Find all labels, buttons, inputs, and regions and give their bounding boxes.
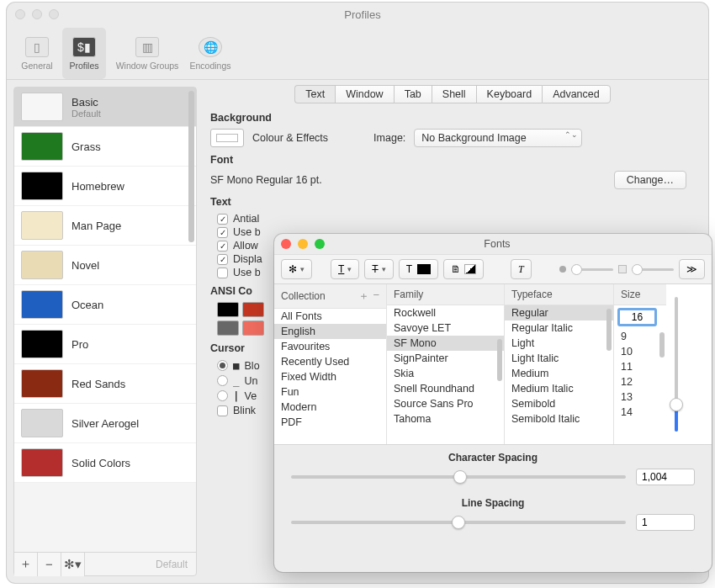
fonts-titlebar: Fonts <box>274 234 712 254</box>
action-menu-button[interactable]: ✻▾ <box>61 553 85 576</box>
background-image-popup[interactable]: No Background Image <box>414 129 582 147</box>
windows-icon: ▥ <box>135 37 159 57</box>
list-item[interactable]: Light Italic <box>505 351 613 366</box>
list-item[interactable]: 12 <box>614 374 666 389</box>
tab-shell[interactable]: Shell <box>432 85 476 103</box>
char-spacing-slider[interactable] <box>291 475 626 479</box>
tab-keyboard[interactable]: Keyboard <box>476 85 543 103</box>
list-item[interactable]: Fixed Width <box>274 369 386 384</box>
slider-thumb[interactable] <box>453 470 467 484</box>
list-item[interactable]: Regular <box>505 305 613 320</box>
family-list[interactable]: Rockwell Savoye LET SF Mono SignPainter … <box>387 305 504 444</box>
add-icon[interactable]: ＋ <box>358 289 369 304</box>
profile-item-homebrew[interactable]: Homebrew <box>14 167 196 206</box>
list-item[interactable]: PDF <box>274 415 386 430</box>
list-item[interactable]: 11 <box>614 359 666 374</box>
profile-item-novel[interactable]: Novel <box>14 246 196 285</box>
remove-button[interactable]: − <box>38 553 61 576</box>
line-spacing-slider[interactable] <box>291 521 626 524</box>
checkbox-label: Antial <box>233 213 259 225</box>
list-item[interactable]: Semibold <box>505 396 613 411</box>
profile-item-man-page[interactable]: Man Page <box>14 206 196 246</box>
list-item[interactable]: Regular Italic <box>505 320 613 336</box>
toolbar-encodings[interactable]: 🌐 Encodings <box>188 28 232 79</box>
scrollbar[interactable] <box>606 309 612 351</box>
checkbox-label: Use b <box>233 267 261 278</box>
toolbar: ▯ General $▮ Profiles ▥ Window Groups 🌐 … <box>7 26 708 80</box>
scrollbar[interactable] <box>659 332 665 358</box>
tab-window[interactable]: Window <box>335 85 393 103</box>
list-item[interactable]: English <box>274 324 386 339</box>
profile-item-pro[interactable]: Pro <box>14 325 196 364</box>
antialias-checkbox[interactable]: ✓Antial <box>217 213 695 225</box>
size-slider[interactable] <box>675 297 678 432</box>
list-item[interactable]: Light <box>505 336 613 351</box>
default-button[interactable]: Default <box>85 559 196 570</box>
profile-item-basic[interactable]: Basic Default <box>14 87 196 127</box>
tab-advanced[interactable]: Advanced <box>542 85 611 103</box>
remove-icon[interactable]: − <box>373 289 379 304</box>
line-spacing-input[interactable] <box>636 514 695 531</box>
document-color-well[interactable]: 🗎 <box>443 259 484 279</box>
profile-item-red-sands[interactable]: Red Sands <box>14 364 196 404</box>
action-menu-button[interactable]: ✻▾ <box>281 259 312 279</box>
list-item[interactable]: All Fonts <box>274 309 386 324</box>
ansi-swatch[interactable] <box>217 320 239 336</box>
ansi-swatch[interactable] <box>242 302 264 317</box>
list-item[interactable]: Medium Italic <box>505 381 613 396</box>
list-item[interactable]: SF Mono <box>387 336 504 351</box>
char-spacing-input[interactable] <box>636 469 695 485</box>
list-item[interactable]: Skia <box>387 366 504 381</box>
slider-thumb[interactable] <box>670 398 683 411</box>
tab-text[interactable]: Text <box>294 85 335 103</box>
list-item[interactable]: Snell Roundhand <box>387 381 504 396</box>
typography-button[interactable]: T <box>511 259 532 279</box>
toolbar-window-groups[interactable]: ▥ Window Groups <box>109 28 185 79</box>
tab-tab[interactable]: Tab <box>394 85 432 103</box>
text-color-well[interactable]: T <box>399 259 438 279</box>
list-item[interactable]: 13 <box>614 389 666 405</box>
change-font-button[interactable]: Change… <box>614 171 686 189</box>
list-item[interactable]: 10 <box>614 344 666 359</box>
list-item[interactable]: Rockwell <box>387 305 504 320</box>
overflow-button[interactable]: ≫ <box>679 259 705 279</box>
list-item[interactable]: 9 <box>614 329 666 344</box>
shadow-opacity-slider[interactable] <box>559 266 613 273</box>
toolbar-general[interactable]: ▯ General <box>15 28 59 79</box>
list-item[interactable]: Tahoma <box>387 411 504 426</box>
family-column: Family Rockwell Savoye LET SF Mono SignP… <box>387 284 505 444</box>
collection-list[interactable]: All Fonts English Favourites Recently Us… <box>274 309 386 444</box>
list-item[interactable]: Savoye LET <box>387 320 504 336</box>
profile-item-ocean[interactable]: Ocean <box>14 285 196 325</box>
ansi-swatch[interactable] <box>217 302 239 317</box>
background-colour-well[interactable] <box>210 129 244 147</box>
scrollbar[interactable] <box>497 339 502 381</box>
list-item[interactable]: Source Sans Pro <box>387 396 504 411</box>
slider-thumb[interactable] <box>452 516 465 529</box>
size-list[interactable]: 9 10 11 12 13 14 <box>614 329 666 444</box>
strikethrough-menu[interactable]: T▾ <box>364 259 393 279</box>
list-item[interactable]: Fun <box>274 384 386 400</box>
close-icon[interactable] <box>15 9 25 19</box>
underline-menu[interactable]: T▾ <box>331 259 359 279</box>
list-item[interactable]: 14 <box>614 405 666 420</box>
list-item[interactable]: SignPainter <box>387 351 504 366</box>
list-item[interactable]: Favourites <box>274 339 386 354</box>
profile-item-solid-colors[interactable]: Solid Colors <box>14 443 196 483</box>
list-item[interactable]: Semibold Italic <box>505 411 613 426</box>
profile-name: Silver Aerogel <box>72 417 139 430</box>
typeface-list[interactable]: Regular Regular Italic Light Light Itali… <box>505 305 613 444</box>
profile-item-grass[interactable]: Grass <box>14 127 196 167</box>
add-button[interactable]: ＋ <box>14 553 38 576</box>
scrollbar[interactable] <box>188 91 194 242</box>
size-input[interactable] <box>617 308 657 326</box>
list-item[interactable]: Medium <box>505 366 613 381</box>
shadow-blur-slider[interactable] <box>618 265 674 273</box>
toolbar-profiles[interactable]: $▮ Profiles <box>62 28 106 79</box>
profile-list[interactable]: Basic Default Grass Homebrew Man Page <box>14 87 196 552</box>
list-item[interactable]: Modern <box>274 400 386 415</box>
typeface-column: Typeface Regular Regular Italic Light Li… <box>505 284 614 444</box>
ansi-swatch[interactable] <box>242 320 264 336</box>
list-item[interactable]: Recently Used <box>274 354 386 369</box>
profile-item-silver-aerogel[interactable]: Silver Aerogel <box>14 404 196 443</box>
